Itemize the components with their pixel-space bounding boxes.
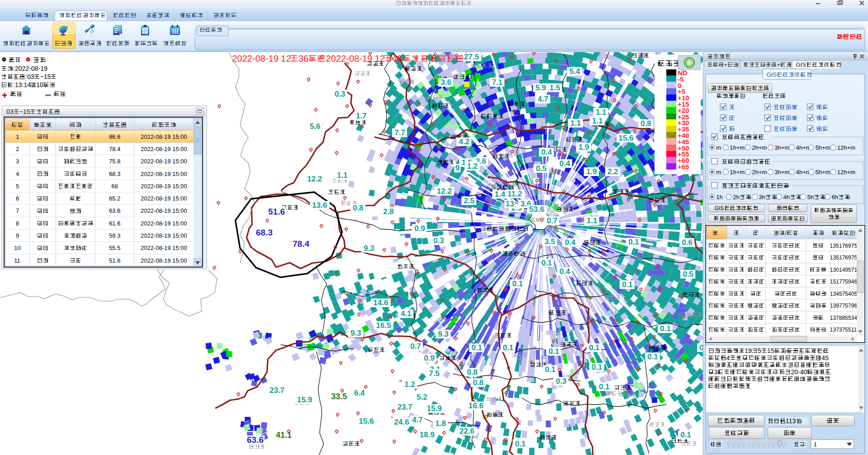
svg-text:7: 7 [16,207,19,214]
svg-text:0.1: 0.1 [541,259,552,267]
svg-text:0.6: 0.6 [682,238,693,247]
svg-text:2022-08-19 15:00: 2022-08-19 15:00 [141,207,187,214]
svg-text:0.4: 0.4 [565,238,576,247]
svg-text:1.5: 1.5 [549,83,560,92]
svg-text:15.6: 15.6 [359,417,374,426]
svg-text:GIS: GIS [766,71,777,78]
svg-text:86.6: 86.6 [109,133,120,140]
svg-text::: : [805,441,806,448]
svg-text:3h: 3h [759,194,765,201]
svg-text:1.4: 1.4 [495,190,505,199]
svg-text:3: 3 [714,368,718,376]
svg-text:59.3: 59.3 [109,232,120,239]
svg-text:61.6: 61.6 [109,220,120,227]
svg-text:0.1: 0.1 [503,343,514,352]
svg-text:0.1: 0.1 [589,343,600,352]
svg-text:1h+m: 1h+m [730,144,745,151]
svg-text:0.8: 0.8 [473,378,484,387]
svg-text:65.2: 65.2 [109,195,120,202]
svg-text:1.7: 1.7 [356,112,367,120]
svg-text:6.4: 6.4 [354,389,365,397]
svg-text:2022-08-19 15:00: 2022-08-19 15:00 [141,158,187,165]
svg-text:0.1: 0.1 [628,238,639,246]
svg-text:9.3: 9.3 [438,330,449,338]
svg-text:23.7: 23.7 [270,386,285,395]
svg-text:2022-08-19 12: 2022-08-19 12 [232,54,291,64]
svg-text:41.1: 41.1 [276,431,292,440]
svg-text:2h+m: 2h+m [752,169,767,176]
svg-text:2h: 2h [733,194,739,201]
svg-text:3h+m: 3h+m [775,169,790,176]
svg-text:+65: +65 [678,163,689,171]
svg-text:15: 15 [767,347,775,354]
svg-text:2.8: 2.8 [383,207,394,216]
svg-text:2022-08-19 15:00: 2022-08-19 15:00 [141,257,187,264]
svg-text:12h+m: 12h+m [837,169,855,176]
svg-text:4: 4 [16,171,19,177]
svg-text:4.7: 4.7 [538,95,548,103]
svg-text:23.7: 23.7 [398,403,412,411]
svg-text:0.1: 0.1 [471,343,482,352]
svg-text:16.6: 16.6 [469,401,484,410]
svg-text:1.2: 1.2 [404,380,415,389]
svg-text:0.1: 0.1 [512,279,523,288]
svg-text:78.4: 78.4 [293,239,310,249]
svg-text:1h: 1h [716,194,723,201]
svg-text:4.1: 4.1 [401,309,412,318]
svg-text:5h+m: 5h+m [815,144,830,151]
svg-text:1.1: 1.1 [596,108,606,117]
svg-text:2022-08-19 15:00: 2022-08-19 15:00 [141,133,187,140]
svg-text:1.9: 1.9 [578,143,589,152]
svg-text:9.3: 9.3 [364,244,374,253]
svg-text:0.5: 0.5 [536,164,547,173]
svg-text:10: 10 [14,245,20,251]
svg-text:3.5: 3.5 [544,237,555,246]
svg-text:m: m [716,169,721,176]
svg-text:0.9: 0.9 [424,354,435,362]
svg-text:68.3: 68.3 [109,171,120,177]
svg-text:78.4: 78.4 [109,146,120,152]
svg-text:5.4: 5.4 [569,67,580,76]
svg-text:68.3: 68.3 [256,228,273,237]
svg-text:7.7: 7.7 [394,128,405,137]
svg-text:0.3: 0.3 [556,377,567,386]
svg-text:0.8: 0.8 [467,368,478,377]
svg-text:0.5: 0.5 [683,270,693,279]
svg-text:75.8: 75.8 [109,158,120,165]
svg-text:12.2: 12.2 [437,187,452,196]
svg-text:03: 03 [6,108,14,115]
svg-text::: : [722,441,723,448]
svg-text:16.5: 16.5 [376,321,391,330]
svg-text::13:14: :13:14 [13,81,31,88]
svg-text:4: 4 [727,354,730,362]
svg-text:1.8: 1.8 [435,419,446,428]
svg-text:6: 6 [16,195,19,202]
svg-text:11: 11 [14,257,20,264]
svg-text:1.2: 1.2 [467,162,478,171]
svg-text:15.9: 15.9 [427,404,442,413]
svg-text:7.5: 7.5 [429,369,440,378]
svg-text:2022-08-19 15:00: 2022-08-19 15:00 [141,232,187,239]
svg-text:137885534: 137885534 [830,315,857,321]
svg-text:13.6: 13.6 [312,201,327,210]
svg-text:51.6: 51.6 [109,257,120,264]
svg-text:27.5: 27.5 [464,53,479,61]
svg-text:2.2: 2.2 [607,167,618,176]
svg-text:53.6: 53.6 [529,205,544,214]
svg-text:2022-08-19 15:00: 2022-08-19 15:00 [141,195,187,202]
svg-text:0.1: 0.1 [548,347,559,356]
svg-text:0.1: 0.1 [660,324,671,333]
svg-text:+: + [724,62,727,68]
svg-text:36: 36 [298,54,308,64]
svg-text:6h: 6h [832,194,838,201]
svg-text:1.1: 1.1 [570,119,581,127]
svg-text:9: 9 [455,164,459,172]
svg-text:0.8: 0.8 [353,204,364,212]
svg-text:5.2: 5.2 [417,393,427,401]
svg-text:15.6: 15.6 [619,134,634,142]
svg-text:15.9: 15.9 [297,396,312,404]
svg-text:m: m [716,144,721,151]
svg-text:0.3: 0.3 [335,90,345,98]
svg-text:/: / [785,230,787,236]
svg-text:0.8: 0.8 [640,119,651,128]
